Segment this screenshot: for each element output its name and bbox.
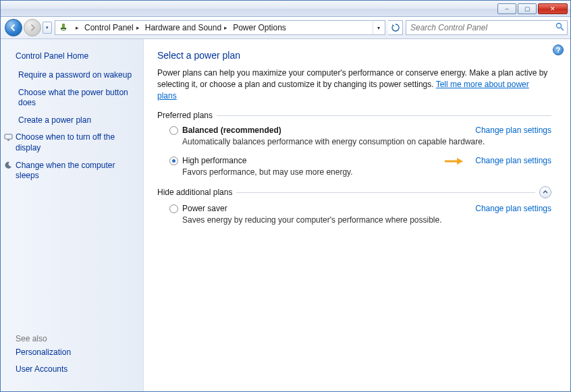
intro-text: Power plans can help you maximize your c…	[157, 67, 549, 101]
svg-point-2	[557, 24, 562, 28]
power-plan: Power saverSaves energy by reducing your…	[169, 204, 551, 225]
sleep-icon	[3, 161, 13, 170]
search-icon[interactable]	[555, 22, 564, 33]
navbar: ▾ ▸ Control Panel▸ Hardware and Sound▸ P…	[1, 17, 570, 39]
back-button[interactable]	[5, 19, 22, 36]
sidebar-task: Change when the computer sleeps	[16, 161, 136, 181]
power-plan: High performanceFavors performance, but …	[169, 156, 551, 177]
collapse-icon[interactable]	[539, 186, 551, 198]
sidebar-task-link[interactable]: Require a password on wakeup	[18, 70, 132, 81]
search-input[interactable]	[409, 22, 555, 33]
plan-radio[interactable]	[169, 126, 178, 135]
sidebar: Control Panel Home Require a password on…	[1, 39, 144, 391]
see-also-item: User Accounts	[16, 364, 136, 375]
plan-radio[interactable]	[169, 204, 178, 213]
display-icon	[3, 132, 13, 142]
sidebar-task: Require a password on wakeup	[16, 70, 136, 81]
search-box[interactable]	[406, 20, 568, 35]
refresh-button[interactable]	[388, 20, 403, 35]
plan-description: Favors performance, but may use more ene…	[182, 167, 551, 177]
sidebar-task-link[interactable]: Change when the computer sleeps	[16, 161, 136, 181]
address-bar[interactable]: ▸ Control Panel▸ Hardware and Sound▸ Pow…	[55, 20, 385, 35]
crumb-hardware-sound[interactable]: Hardware and Sound▸	[142, 21, 230, 34]
see-also-item: Personalization	[16, 347, 136, 358]
address-dropdown[interactable]: ▾	[373, 21, 383, 34]
close-button[interactable]: ✕	[538, 3, 568, 14]
sidebar-task: Choose what the power button does	[16, 88, 136, 109]
see-also-link[interactable]: Personalization	[16, 347, 71, 358]
see-also-link[interactable]: User Accounts	[16, 364, 67, 375]
see-also-list: PersonalizationUser Accounts	[16, 347, 136, 382]
change-plan-settings-link[interactable]: Change plan settings	[475, 204, 551, 213]
power-plan: Balanced (recommended)Automatically bala…	[169, 125, 551, 146]
see-also-heading: See also	[16, 327, 136, 343]
sidebar-task-link[interactable]: Choose what the power button does	[18, 88, 136, 109]
svg-rect-5	[7, 140, 9, 141]
plan-name: High performance	[182, 156, 246, 165]
plan-name: Balanced (recommended)	[182, 125, 281, 135]
crumb-root-arrow[interactable]: ▸	[70, 21, 82, 34]
plan-description: Saves energy by reducing your computer's…	[182, 215, 551, 225]
hide-additional-header[interactable]: Hide additional plans	[157, 186, 551, 198]
svg-line-3	[561, 28, 564, 30]
crumb-control-panel[interactable]: Control Panel▸	[82, 21, 142, 34]
crumb-power-options[interactable]: Power Options	[230, 21, 289, 34]
plan-radio[interactable]	[169, 157, 178, 165]
change-plan-settings-link[interactable]: Change plan settings	[475, 156, 551, 165]
titlebar: – ▢ ✕	[1, 1, 570, 17]
svg-rect-4	[5, 134, 12, 139]
plan-name: Power saver	[182, 204, 227, 213]
sidebar-task-link[interactable]: Create a power plan	[18, 115, 91, 126]
forward-button[interactable]	[24, 19, 41, 36]
minimize-button[interactable]: –	[497, 3, 516, 14]
svg-rect-0	[62, 24, 65, 28]
preferred-plans-header: Preferred plans	[157, 111, 551, 120]
recent-dropdown[interactable]: ▾	[43, 22, 52, 34]
sidebar-task: Choose when to turn off the display	[16, 132, 136, 153]
plan-description: Automatically balances performance with …	[182, 137, 551, 146]
maximize-button[interactable]: ▢	[518, 3, 537, 14]
help-icon[interactable]: ?	[553, 45, 564, 55]
callout-arrow-icon	[443, 157, 464, 165]
control-panel-home-link[interactable]: Control Panel Home	[16, 51, 136, 61]
page-title: Select a power plan	[157, 50, 551, 61]
svg-rect-1	[61, 28, 66, 29]
sidebar-task: Create a power plan	[16, 115, 136, 126]
content-pane: ? Select a power plan Power plans can he…	[144, 39, 570, 391]
sidebar-task-link[interactable]: Choose when to turn off the display	[16, 132, 136, 153]
change-plan-settings-link[interactable]: Change plan settings	[475, 125, 551, 135]
task-list: Require a password on wakeupChoose what …	[16, 70, 136, 188]
location-icon	[58, 22, 69, 33]
